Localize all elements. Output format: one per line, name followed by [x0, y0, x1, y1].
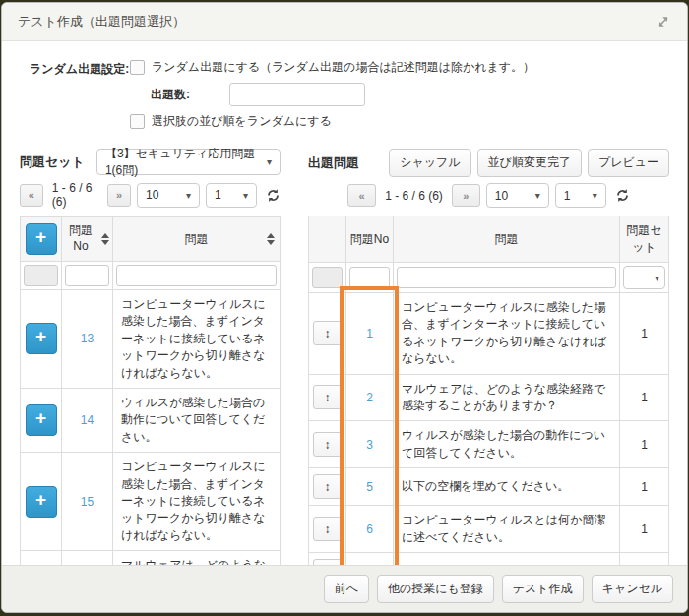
set-filter-select[interactable]: ▾ — [623, 266, 665, 289]
question-row: + 13 コンピューターウィルスに感染した場合、まずインターネットに接続している… — [21, 290, 281, 389]
question-text: マルウェアは、どのような感染経路で感染することがありますか？ — [113, 551, 281, 565]
question-set-label: 問題セット — [20, 154, 85, 171]
question-no-link[interactable]: 5 — [366, 480, 373, 494]
add-question-button[interactable]: + — [26, 404, 57, 436]
random-output-checkbox[interactable] — [130, 60, 145, 75]
question-filter-input[interactable] — [116, 265, 277, 286]
selected-question-row: ↕ 3 ウィルスが感染した場合の動作について回答してください。 1 — [309, 421, 669, 468]
question-set-no: 1 — [620, 374, 669, 421]
page-number-select[interactable]: 1 ▾ — [555, 183, 606, 208]
question-no-link[interactable]: 18 — [363, 564, 376, 565]
first-page-button[interactable]: « — [20, 184, 43, 207]
shuffle-choices-checkbox[interactable] — [130, 114, 145, 129]
question-set-no: 1 — [620, 506, 669, 553]
sort-icon — [267, 233, 275, 245]
refresh-icon[interactable] — [266, 188, 281, 203]
random-settings-label: ランダム出題設定: — [30, 59, 130, 137]
expand-icon[interactable] — [656, 14, 671, 30]
filter-row — [21, 262, 281, 290]
no-filter-input[interactable] — [65, 265, 109, 286]
column-header-no: 問題No — [346, 216, 394, 263]
question-set-no: 3 — [620, 552, 669, 565]
filter-row: ▾ — [309, 263, 669, 293]
question-no-link[interactable]: 1 — [366, 327, 373, 340]
question-text: コンピューターウィルスとは何か簡潔に述べてください。 — [394, 506, 620, 553]
selected-question-row: ↕ 6 コンピューターウィルスとは何か簡潔に述べてください。 1 — [309, 506, 669, 553]
question-set-no: 1 — [620, 468, 669, 506]
question-row: + 16 マルウェアは、どのような感染経路で感染することがありますか？ — [21, 551, 281, 565]
drag-handle-icon[interactable]: ↕ — [313, 432, 342, 457]
question-text: 確認問題です — [394, 552, 620, 565]
preview-button[interactable]: プレビュー — [588, 149, 669, 177]
drag-handle-icon[interactable]: ↕ — [313, 385, 342, 409]
question-text: コンピューターウィルスに感染した場合、まずインターネットに接続しているネットワー… — [113, 290, 281, 389]
chevron-down-icon: ▾ — [593, 190, 597, 201]
question-set-table: + 問題No 問題 — [20, 216, 281, 565]
question-no-link[interactable]: 14 — [81, 413, 94, 427]
prev-button[interactable]: 前へ — [324, 575, 369, 603]
page-size-select[interactable]: 10 ▾ — [137, 183, 200, 208]
drag-handle-icon[interactable]: ↕ — [313, 517, 342, 541]
chevron-down-icon: ▾ — [655, 273, 659, 283]
create-test-button[interactable]: テスト作成 — [502, 575, 584, 603]
pager-range: 1 - 6 / 6 (6) — [382, 189, 446, 203]
dialog-header: テスト作成（出題問題選択） — [2, 3, 687, 41]
question-text: 以下の空欄を埋めてください。 — [394, 468, 620, 506]
question-set-panel: 問題セット 【3】セキュリティ応用問題1(6問) ▾ « 1 - 6 / 6 (… — [20, 149, 281, 565]
add-question-button[interactable]: + — [26, 486, 57, 518]
random-settings-section: ランダム出題設定: ランダム出題にする（ランダム出題の場合は記述問題は除かれます… — [30, 59, 669, 137]
column-header-set: 問題セット — [620, 216, 669, 263]
question-no-link[interactable]: 3 — [366, 438, 373, 452]
shuffle-button[interactable]: シャッフル — [389, 149, 470, 177]
question-text: コンピューターウィルスに感染した場合、まずインターネットに接続しているネットワー… — [113, 453, 281, 551]
random-output-checkbox-label: ランダム出題にする（ランダム出題の場合は記述問題は除かれます。） — [152, 59, 534, 76]
first-page-button[interactable]: « — [347, 184, 376, 207]
filter-blank-button — [24, 265, 58, 286]
question-row: + 15 コンピューターウィルスに感染した場合、まずインターネットに接続している… — [21, 453, 281, 551]
column-header-no[interactable]: 問題No — [62, 217, 113, 262]
cancel-button[interactable]: キャンセル — [592, 575, 673, 603]
register-other-classes-button[interactable]: 他の授業にも登録 — [377, 575, 494, 603]
question-no-link[interactable]: 6 — [366, 523, 373, 536]
selected-questions-label: 出題問題 — [308, 154, 359, 172]
drag-handle-icon[interactable]: ↕ — [313, 474, 342, 499]
add-all-button[interactable]: + — [26, 223, 57, 255]
column-header-question[interactable]: 問題 — [113, 217, 281, 262]
question-text: マルウェアは、どのような感染経路で感染することがありますか？ — [394, 374, 620, 421]
drag-handle-icon[interactable]: ↕ — [313, 559, 342, 565]
sort-icon — [101, 233, 109, 245]
selected-questions-pager: « 1 - 6 / 6 (6) » 10 ▾ 1 ▾ — [308, 183, 669, 208]
chevron-down-icon: ▾ — [186, 190, 191, 201]
page-size-select[interactable]: 10 ▾ — [486, 183, 549, 208]
selected-questions-panel: 出題問題 シャッフル 並び順変更完了 プレビュー « 1 - 6 / 6 (6)… — [308, 149, 669, 565]
drag-handle-icon[interactable]: ↕ — [313, 321, 342, 345]
shuffle-choices-checkbox-label: 選択肢の並び順をランダムにする — [152, 113, 332, 130]
dialog-title: テスト作成（出題問題選択） — [18, 13, 185, 31]
last-page-button[interactable]: » — [452, 184, 480, 207]
question-set-select[interactable]: 【3】セキュリティ応用問題1(6問) ▾ — [96, 149, 281, 175]
add-question-button[interactable]: + — [26, 323, 57, 354]
question-row: + 14 ウィルスが感染した場合の動作について回答してください。 — [21, 388, 281, 452]
chevron-down-icon: ▾ — [267, 156, 272, 167]
test-creation-dialog: テスト作成（出題問題選択） ランダム出題設定: ランダム出題にする（ランダム出題… — [1, 2, 688, 613]
question-text: コンピューターウィルスに感染した場合、まずインターネットに接続しているネットワー… — [394, 293, 620, 375]
chevron-down-icon: ▾ — [243, 190, 248, 201]
question-no-link[interactable]: 15 — [81, 495, 94, 509]
question-count-input[interactable] — [229, 83, 365, 106]
question-count-label: 出題数: — [151, 87, 229, 103]
question-text: ウィルスが感染した場合の動作について回答してください。 — [113, 388, 281, 452]
last-page-button[interactable]: » — [107, 184, 131, 207]
selected-question-row: ↕ 2 マルウェアは、どのような感染経路で感染することがありますか？ 1 — [309, 374, 669, 421]
no-filter-input[interactable] — [349, 267, 390, 288]
question-no-link[interactable]: 2 — [366, 391, 373, 404]
refresh-icon[interactable] — [615, 188, 630, 203]
page-number-select[interactable]: 1 ▾ — [206, 183, 257, 208]
dialog-footer: 前へ 他の授業にも登録 テスト作成 キャンセル — [2, 565, 687, 612]
question-set-pager: « 1 - 6 / 6 (6) » 10 ▾ 1 ▾ — [20, 181, 281, 209]
reorder-done-button[interactable]: 並び順変更完了 — [477, 149, 582, 177]
question-filter-input[interactable] — [397, 267, 616, 288]
column-header-question: 問題 — [394, 216, 620, 263]
filter-blank-button — [312, 267, 343, 288]
question-no-link[interactable]: 13 — [81, 332, 94, 345]
chevron-down-icon: ▾ — [535, 190, 540, 201]
